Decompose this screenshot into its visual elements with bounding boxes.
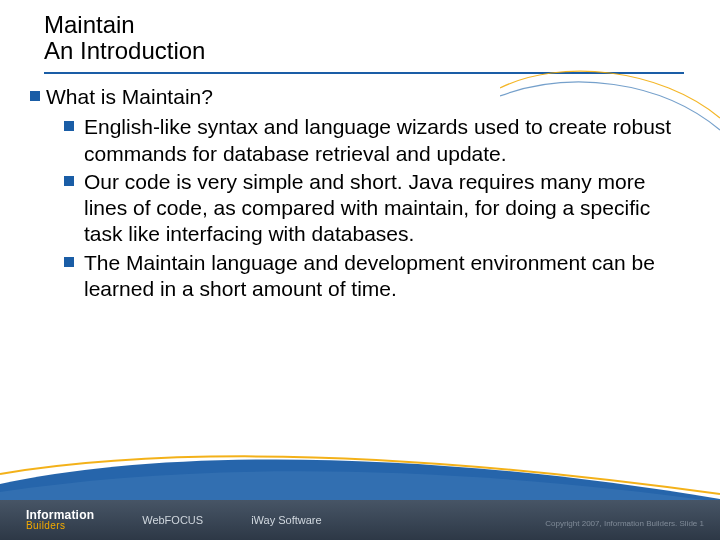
title-line-2: An Introduction (44, 38, 700, 64)
square-bullet-icon (64, 176, 74, 186)
list-item-text: The Maintain language and development en… (84, 250, 690, 303)
brand-information-builders: Information Builders (26, 509, 94, 531)
content-area: What is Maintain? English-like syntax an… (30, 84, 690, 304)
brand-webfocus: WebFOCUS (142, 514, 203, 526)
square-bullet-icon (64, 257, 74, 267)
list-item-text: English-like syntax and language wizards… (84, 114, 690, 167)
list-item-text: Our code is very simple and short. Java … (84, 169, 690, 248)
heading-text: What is Maintain? (46, 84, 213, 110)
brand-iway: iWay Software (251, 514, 322, 526)
bullet-list: English-like syntax and language wizards… (64, 114, 690, 302)
decorative-swoosh-bottom (0, 444, 720, 504)
slide-header: Maintain An Introduction (44, 12, 700, 65)
list-item: Our code is very simple and short. Java … (64, 169, 690, 248)
slide: Maintain An Introduction What is Maintai… (0, 0, 720, 540)
brand-bottom-text: Builders (26, 521, 94, 531)
square-bullet-icon (30, 91, 40, 101)
footer: Information Builders WebFOCUS iWay Softw… (0, 468, 720, 540)
header-divider (44, 72, 684, 74)
square-bullet-icon (64, 121, 74, 131)
title-line-1: Maintain (44, 12, 700, 38)
heading-row: What is Maintain? (30, 84, 690, 110)
list-item: English-like syntax and language wizards… (64, 114, 690, 167)
copyright-text: Copyright 2007, Information Builders. Sl… (545, 519, 704, 528)
list-item: The Maintain language and development en… (64, 250, 690, 303)
footer-bar: Information Builders WebFOCUS iWay Softw… (0, 500, 720, 540)
